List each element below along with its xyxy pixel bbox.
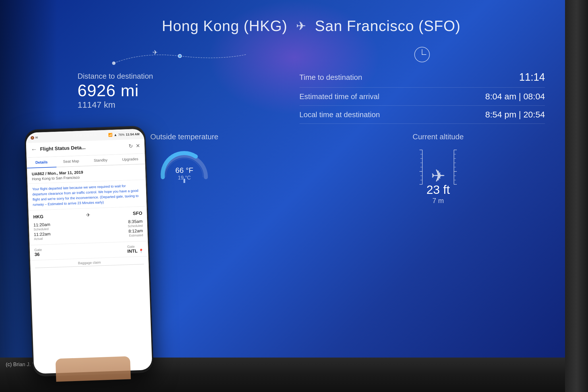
- dest-airport-code: SFO: [133, 211, 142, 216]
- temp-gauge-svg: 66 °F 19 °C: [156, 146, 213, 183]
- time-to-dest-value: 11:14: [519, 71, 545, 83]
- right-ruler-svg: [451, 148, 460, 186]
- origin-airport-code: HKG: [33, 214, 43, 219]
- app-title: Flight Status Deta...: [40, 143, 126, 152]
- temp-label: Outside temperature: [150, 132, 218, 141]
- back-button[interactable]: ←: [31, 146, 37, 153]
- distance-km: 11147 km: [78, 100, 282, 110]
- flight-path-svg: ✈: [78, 46, 282, 69]
- time-to-dest-label: Time to destination: [299, 73, 362, 82]
- phone-device: SAMSUNG 🔕 ✉ 📶 ▲ 76% 11:54 AM ←: [24, 126, 154, 377]
- location-pin-icon: 📍: [139, 248, 144, 253]
- delay-message: Your flight departed late because we wer…: [28, 180, 147, 211]
- origin-scheduled-label: Scheduled: [34, 227, 51, 231]
- origin-gate-value: 36: [34, 252, 42, 257]
- schedule-header: HKG ✈ SFO: [33, 210, 142, 220]
- notification-icons: 🔕 ✉: [30, 136, 38, 140]
- temp-gauge: 66 °F 19 °C: [156, 146, 213, 183]
- dest-scheduled-label: Scheduled: [128, 224, 143, 228]
- destination-label: San Francisco (SFO): [315, 17, 461, 34]
- samsung-brand: SAMSUNG: [72, 133, 97, 138]
- svg-text:✈: ✈: [152, 49, 158, 56]
- dest-estimated-time: 8:12am: [128, 228, 143, 233]
- phone-screen: 🔕 ✉ 📶 ▲ 76% 11:54 AM ← Flight Status Det…: [26, 129, 152, 374]
- right-bezel: [565, 0, 588, 392]
- tab-seat-map[interactable]: Seat Map: [56, 156, 86, 167]
- clock-icon: [413, 46, 431, 63]
- dest-gate: Gate INTL 📍: [127, 244, 144, 254]
- altitude-visual: ✈: [417, 146, 460, 186]
- signal-icon: ▲: [114, 133, 117, 137]
- time-section: Time to destination 11:14 Estimated time…: [299, 46, 545, 124]
- distance-section: ✈ Distance to destination 6926 mi 11147 …: [78, 46, 282, 124]
- svg-point-1: [178, 54, 181, 58]
- route-header: Hong Kong (HKG) ✈ San Francisco (SFO): [78, 17, 545, 34]
- left-ruler-svg: [417, 148, 425, 186]
- flight-info-section: ✈ Distance to destination 6926 mi 11147 …: [78, 46, 545, 124]
- origin-actual-time: 11:22am: [34, 231, 51, 237]
- phone-body: SAMSUNG 🔕 ✉ 📶 ▲ 76% 11:54 AM ←: [24, 126, 154, 377]
- altitude-card: Current altitude: [331, 132, 545, 205]
- origin-gate: Gate 36: [34, 248, 42, 257]
- battery-level: 76%: [118, 133, 125, 136]
- distance-label: Distance to destination: [78, 72, 282, 81]
- dest-gate-value: INTL 📍: [127, 248, 144, 254]
- schedule-section: HKG ✈ SFO 11:20am Scheduled 8:35am Sched…: [28, 206, 148, 245]
- route-arrow-icon: ✈: [296, 19, 306, 33]
- distance-miles: 6926 mi: [78, 81, 282, 100]
- altitude-meters: 7 m: [426, 197, 450, 205]
- origin-actual-label: Actual: [34, 237, 51, 241]
- local-time-row: Local time at destination 8:54 pm | 20:5…: [299, 106, 545, 124]
- origin-label: Hong Kong (HKG): [162, 17, 287, 34]
- status-icons-left: 🔕 ✉: [30, 136, 38, 140]
- wifi-icon: 📶: [108, 133, 113, 137]
- origin-gate-label: Gate: [34, 248, 42, 252]
- time-to-dest-row: Time to destination 11:14: [299, 67, 545, 88]
- eta-row: Estimated time of arrival 8:04 am | 08:0…: [299, 88, 545, 106]
- eta-value: 8:04 am | 08:04: [485, 92, 545, 101]
- close-button[interactable]: ✕: [136, 143, 140, 149]
- svg-point-0: [112, 61, 115, 65]
- eta-label: Estimated time of arrival: [299, 92, 380, 101]
- flight-path-visual: ✈: [78, 46, 282, 69]
- dest-estimated-label: Estimated: [129, 233, 143, 237]
- tab-upgrades[interactable]: Upgrades: [115, 154, 145, 165]
- status-icons-right: 📶 ▲ 76% 11:54 AM: [108, 132, 140, 137]
- metrics-section: Outside temperature 66 °F 19 °C: [78, 132, 545, 205]
- baggage-label: Baggage claim: [35, 259, 144, 267]
- local-time-value: 8:54 pm | 20:54: [485, 110, 545, 119]
- hand-holding: [55, 356, 131, 382]
- altitude-feet: 23 ft: [426, 183, 450, 197]
- svg-text:66 °F: 66 °F: [175, 166, 193, 175]
- tab-details[interactable]: Details: [27, 157, 57, 169]
- tab-standby[interactable]: Standby: [86, 155, 115, 167]
- status-time: 11:54 AM: [126, 132, 140, 136]
- altitude-label: Current altitude: [413, 132, 464, 141]
- origin-scheduled-time: 11:20am: [33, 222, 50, 227]
- dest-scheduled-time: 8:35am: [127, 219, 143, 224]
- flight-direction-icon: ✈: [86, 212, 90, 219]
- app-header-top: ← Flight Status Deta... ↻ ✕: [31, 142, 140, 153]
- refresh-button[interactable]: ↻: [128, 143, 133, 149]
- local-time-label: Local time at destination: [299, 110, 380, 119]
